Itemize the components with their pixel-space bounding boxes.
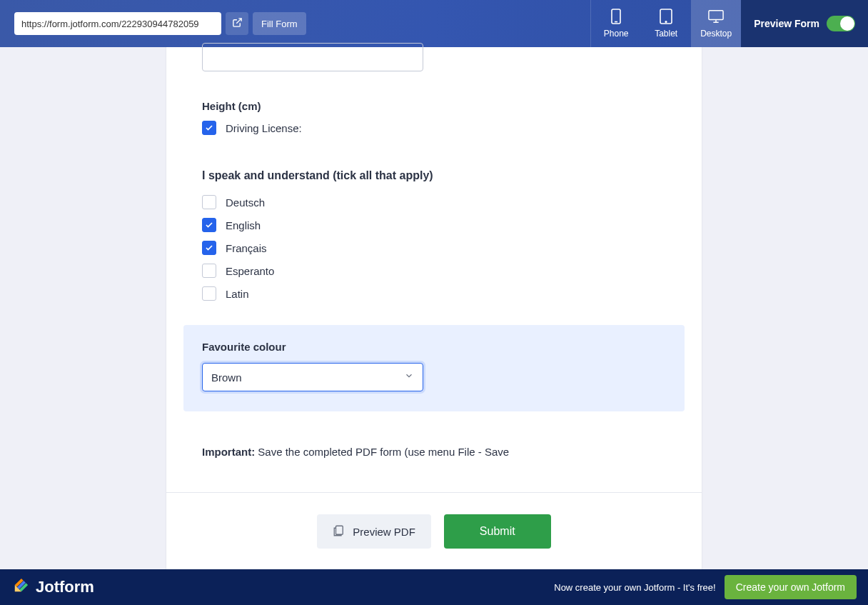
pencil-icon — [11, 576, 30, 598]
preview-pdf-label: Preview PDF — [353, 526, 415, 538]
preview-form-label: Preview Form — [754, 18, 819, 29]
languages-title: I speak and understand (tick all that ap… — [202, 169, 666, 182]
preview-form-section: Preview Form — [741, 0, 868, 47]
preview-pdf-button[interactable]: Preview PDF — [317, 514, 431, 549]
desktop-icon — [708, 9, 724, 24]
svg-point-4 — [665, 21, 667, 23]
device-tab-tablet[interactable]: Tablet — [641, 0, 691, 47]
lang-row-latin: Latin — [202, 286, 666, 301]
previous-input-field[interactable] — [202, 43, 423, 71]
lang-label: Deutsch — [226, 196, 265, 209]
lang-label: Latin — [226, 288, 249, 300]
lang-row-esperanto: Esperanto — [202, 264, 666, 278]
form-panel: Height (cm) Driving License: I speak and… — [166, 47, 702, 579]
checkbox-deutsch[interactable] — [202, 195, 216, 209]
fill-form-button[interactable]: Fill Form — [253, 12, 306, 35]
colour-value: Brown — [211, 371, 242, 384]
create-jotform-button[interactable]: Create your own Jotform — [725, 575, 857, 599]
lang-label: English — [226, 219, 261, 231]
svg-rect-5 — [709, 11, 723, 20]
driving-license-row: Driving License: — [202, 121, 666, 135]
checkbox-english[interactable] — [202, 218, 216, 232]
svg-line-0 — [236, 18, 241, 23]
checkbox-francais[interactable] — [202, 241, 216, 255]
lang-label: Français — [226, 242, 267, 254]
footer-brand-text: Jotform — [36, 578, 94, 596]
important-label: Important: — [202, 446, 255, 458]
form-container: Height (cm) Driving License: I speak and… — [0, 47, 868, 579]
device-tab-desktop[interactable]: Desktop — [691, 0, 741, 47]
button-row: Preview PDF Submit — [202, 493, 666, 549]
important-body: Save the completed PDF form (use menu Fi… — [255, 446, 509, 458]
height-label: Height (cm) — [202, 100, 666, 112]
device-label: Desktop — [700, 29, 732, 39]
footer-cta-text: Now create your own Jotform - It's free! — [554, 582, 715, 593]
top-toolbar: Fill Form Phone Tablet Desktop Preview F… — [0, 0, 868, 47]
favourite-colour-block: Favourite colour Brown — [183, 325, 685, 411]
lang-label: Esperanto — [226, 265, 274, 277]
important-note: Important: Save the completed PDF form (… — [202, 446, 666, 458]
url-input[interactable] — [14, 12, 221, 35]
chevron-down-icon — [404, 371, 414, 384]
lang-row-deutsch: Deutsch — [202, 195, 666, 209]
lang-row-francais: Français — [202, 241, 666, 255]
external-link-icon — [232, 17, 243, 31]
colour-label: Favourite colour — [202, 341, 666, 353]
tablet-icon — [658, 9, 674, 24]
footer-bar: Jotform Now create your own Jotform - It… — [0, 569, 868, 605]
checkbox-esperanto[interactable] — [202, 264, 216, 278]
driving-license-checkbox[interactable] — [202, 121, 216, 135]
submit-button[interactable]: Submit — [444, 514, 551, 549]
pdf-icon — [333, 524, 345, 539]
checkbox-latin[interactable] — [202, 286, 216, 301]
svg-rect-8 — [336, 526, 343, 534]
open-link-button[interactable] — [226, 12, 248, 35]
lang-row-english: English — [202, 218, 666, 232]
device-label: Tablet — [655, 29, 677, 39]
device-tab-phone[interactable]: Phone — [591, 0, 641, 47]
device-tabs: Phone Tablet Desktop — [590, 0, 741, 47]
toggle-knob — [840, 16, 854, 31]
colour-select[interactable]: Brown — [202, 363, 423, 391]
preview-toggle[interactable] — [827, 16, 855, 31]
phone-icon — [608, 9, 624, 24]
footer-logo[interactable]: Jotform — [11, 576, 94, 598]
driving-license-label: Driving License: — [226, 122, 302, 134]
device-label: Phone — [604, 29, 629, 39]
